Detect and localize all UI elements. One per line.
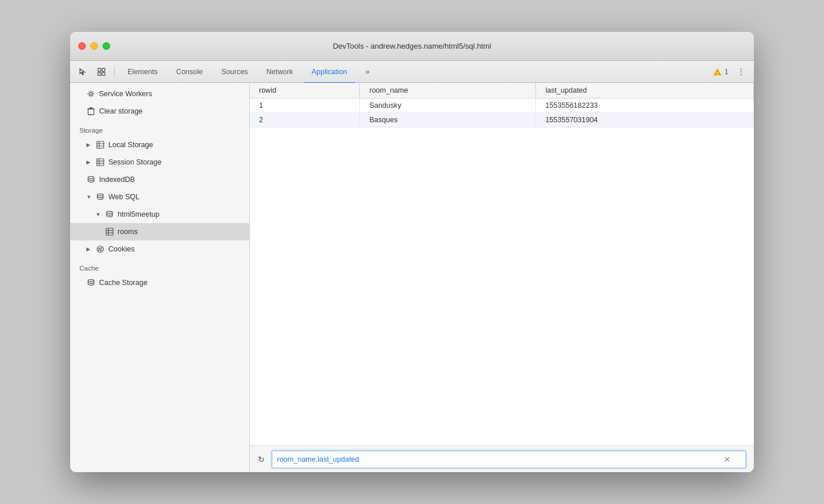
sidebar-label-html5meetup: html5meetup [118,210,159,218]
sidebar-label-web-sql: Web SQL [108,193,140,201]
refresh-button[interactable]: ↻ [254,452,268,466]
sidebar-label-local-storage: Local Storage [108,141,153,149]
tab-network[interactable]: Network [258,61,301,83]
svg-rect-0 [98,68,101,71]
svg-rect-23 [106,228,113,235]
svg-point-31 [99,250,99,251]
results-table: rowid room_name last_updated 1Sandusky15… [250,83,754,127]
database-icon-indexeddb [86,175,96,184]
toolbar: Elements Console Sources Network Applica… [70,61,754,83]
sidebar-section-storage: Storage [70,120,249,136]
svg-point-33 [88,280,94,282]
cursor-icon[interactable] [75,64,91,79]
grid-icon-local-storage [96,140,105,149]
sidebar-item-web-sql[interactable]: ▼ Web SQL [70,188,249,206]
sidebar-label-indexeddb: IndexedDB [99,176,135,184]
sidebar-item-local-storage[interactable]: ▶ Local Storage [70,136,249,154]
toolbar-separator [114,66,115,78]
col-header-rowid: rowid [250,83,360,98]
titlebar: DevTools - andrew.hedges.name/html5/sql.… [70,32,754,61]
svg-point-20 [88,177,94,179]
sidebar-label-cache-storage: Cache Storage [99,279,147,287]
data-table: rowid room_name last_updated 1Sandusky15… [250,83,754,445]
table-cell-room_name: Basques [360,113,536,127]
warning-badge[interactable]: ! 1 [713,67,728,76]
sidebar-item-clear-storage[interactable]: Clear storage [70,103,249,120]
expand-arrow-web-sql: ▼ [86,194,92,200]
sidebar-label-session-storage: Session Storage [108,158,162,166]
devtools-window: DevTools - andrew.hedges.name/html5/sql.… [70,32,754,472]
sidebar-item-cookies[interactable]: ▶ Cookies [70,240,249,258]
table-cell-last_updated: 1553557031904 [536,113,754,127]
maximize-button[interactable] [103,42,110,50]
toolbar-right: ! 1 ⋮ [713,64,749,79]
close-button[interactable] [78,42,86,50]
svg-point-29 [101,247,102,249]
expand-arrow-cookies: ▶ [86,246,92,252]
expand-arrow-html5meetup: ▼ [96,211,101,217]
sidebar-label-clear-storage: Clear storage [99,107,143,115]
svg-rect-1 [102,68,105,71]
svg-rect-7 [88,109,94,115]
cookie-icon [96,244,105,254]
svg-rect-16 [97,159,104,166]
gear-icon [86,89,96,98]
sidebar-item-rooms[interactable]: rooms [70,223,249,240]
table-cell-last_updated: 1553556182233 [536,98,754,113]
query-bar: ↻ ✕ [250,445,754,472]
database-icon-html5meetup [105,210,114,219]
warning-count: 1 [724,68,728,76]
expand-arrow-local-storage: ▶ [86,142,92,148]
grid-icon-session-storage [96,158,105,167]
database-icon-web-sql [96,192,105,202]
table-cell-room_name: Sandusky [360,98,536,113]
inspect-icon[interactable] [93,64,110,79]
sidebar-label-cookies: Cookies [108,245,134,253]
table-row[interactable]: 2Basques1553557031904 [250,113,754,127]
table-row[interactable]: 1Sandusky1553556182233 [250,98,754,113]
tab-sources[interactable]: Sources [213,61,256,83]
svg-rect-2 [98,72,101,75]
tab-application[interactable]: Application [304,61,355,83]
sidebar: Service Workers Clear storage Stora [70,83,250,472]
col-header-last-updated: last_updated [536,83,754,98]
trash-icon [86,107,96,116]
query-input[interactable] [272,451,746,468]
main-content: Service Workers Clear storage Stora [70,83,754,472]
table-cell-rowid: 1 [250,98,360,113]
sidebar-item-indexeddb[interactable]: IndexedDB [70,171,249,188]
sidebar-item-service-workers[interactable]: Service Workers [70,85,249,103]
query-clear-button[interactable]: ✕ [721,455,733,464]
svg-text:!: ! [717,70,719,75]
tab-more[interactable]: » [358,61,378,83]
svg-point-28 [99,248,100,249]
svg-point-6 [90,93,93,96]
sidebar-item-session-storage[interactable]: ▶ Session Storage [70,154,249,171]
sidebar-section-cache: Cache [70,258,249,274]
expand-arrow-session-storage: ▶ [86,159,92,165]
svg-point-21 [97,194,103,196]
database-icon-cache-storage [86,278,96,287]
svg-point-30 [100,250,101,251]
sidebar-label-service-workers: Service Workers [99,90,152,98]
table-cell-rowid: 2 [250,113,360,127]
svg-point-27 [97,246,104,253]
minimize-button[interactable] [90,42,98,50]
window-title: DevTools - andrew.hedges.name/html5/sql.… [333,42,491,50]
data-panel: rowid room_name last_updated 1Sandusky15… [250,83,754,472]
svg-point-32 [101,250,102,250]
traffic-lights [78,42,110,50]
menu-button[interactable]: ⋮ [733,64,749,79]
svg-rect-12 [97,141,104,148]
sidebar-item-html5meetup[interactable]: ▼ html5meetup [70,206,249,223]
svg-point-22 [107,211,112,214]
grid-icon-rooms [105,227,114,236]
tab-console[interactable]: Console [168,61,211,83]
sidebar-item-cache-storage[interactable]: Cache Storage [70,274,249,291]
warning-icon: ! [713,67,722,76]
col-header-room-name: room_name [360,83,536,98]
sidebar-label-rooms: rooms [118,228,138,236]
tab-elements[interactable]: Elements [119,61,166,83]
svg-rect-3 [102,72,105,75]
